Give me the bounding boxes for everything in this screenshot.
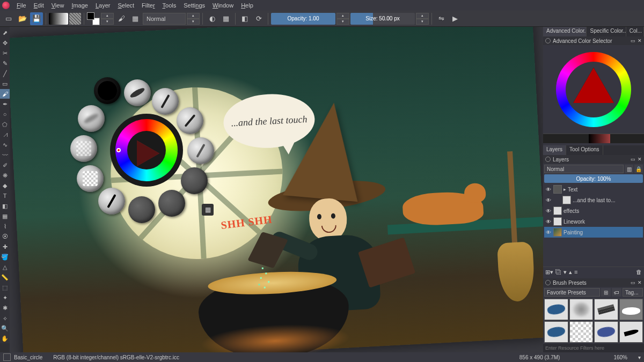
popup-hue-marker[interactable]: [116, 148, 121, 152]
preset-filter-input[interactable]: Enter Resource Filters here: [543, 344, 644, 352]
tool-color-picker[interactable]: ⦿: [0, 232, 10, 241]
tab-tool-options[interactable]: Tool Options: [566, 145, 603, 155]
presets-tag-icon[interactable]: 🏷: [612, 288, 621, 297]
layer-row[interactable]: 👁▸Text: [544, 184, 643, 195]
popup-brush-5[interactable]: [187, 137, 214, 164]
presets-tag-select[interactable]: Tag...: [623, 288, 643, 297]
duplicate-layer-icon[interactable]: ⿻: [555, 269, 561, 276]
popup-brush-9[interactable]: [98, 188, 125, 215]
tool-select-similar[interactable]: ✦: [0, 293, 10, 302]
preset-6[interactable]: [569, 321, 594, 343]
color-history-bar[interactable]: [543, 134, 644, 143]
presets-category-select[interactable]: Favorite Presets: [544, 288, 600, 297]
popup-brush-3[interactable]: [152, 88, 179, 115]
visibility-icon[interactable]: 👁: [545, 230, 552, 235]
docker-collapse-icon[interactable]: ▭: [631, 157, 635, 162]
eraser-mode-icon[interactable]: ◧: [238, 12, 251, 25]
popup-brush-1[interactable]: [94, 77, 121, 104]
layer-name[interactable]: Painting: [564, 230, 642, 235]
advanced-color-selector[interactable]: [543, 45, 644, 134]
tool-select-contiguous[interactable]: ✱: [0, 303, 10, 313]
fg-bg-swatch[interactable]: [87, 12, 100, 25]
zoom-dropdown-icon[interactable]: ▾: [638, 354, 641, 360]
tool-gradient[interactable]: ◧: [0, 201, 10, 211]
menu-file[interactable]: File: [13, 1, 30, 10]
layer-name[interactable]: ...and the last to...: [573, 197, 642, 203]
layer-filter-icon[interactable]: ▥: [625, 165, 633, 173]
gradient-preset[interactable]: [49, 13, 68, 25]
popup-brush-8[interactable]: [128, 196, 155, 223]
menu-help[interactable]: Help: [237, 1, 257, 10]
layer-row[interactable]: 👁Painting: [544, 227, 643, 238]
size-spin[interactable]: ▴▾: [416, 13, 429, 25]
color-triangle[interactable]: [573, 68, 614, 103]
layer-props-icon[interactable]: ≡: [574, 269, 577, 276]
preset-1[interactable]: [544, 299, 568, 320]
preset-7[interactable]: [594, 321, 618, 343]
float-icon[interactable]: [545, 157, 551, 162]
popup-brush-2[interactable]: [124, 79, 151, 106]
popup-brush-6[interactable]: [181, 167, 208, 194]
layer-name[interactable]: effects: [564, 208, 642, 214]
float-icon[interactable]: [545, 280, 551, 285]
layer-row[interactable]: 👁...and the last to...: [544, 195, 643, 205]
menu-layer[interactable]: Layer: [92, 1, 114, 10]
tool-polyline[interactable]: ⩘: [0, 130, 10, 139]
status-zoom[interactable]: 160%: [613, 354, 627, 360]
docker-close-icon[interactable]: ✕: [638, 38, 642, 43]
tool-fill[interactable]: 🪣: [0, 252, 10, 262]
preset-8[interactable]: [619, 321, 643, 343]
tool-ellipse[interactable]: ○: [0, 109, 10, 119]
new-doc-icon[interactable]: ▭: [2, 12, 15, 25]
tool-assistants[interactable]: △: [0, 262, 10, 272]
reload-icon[interactable]: ⟳: [252, 12, 265, 25]
tool-polygon[interactable]: ⬠: [0, 120, 10, 129]
layer-lock-icon[interactable]: 🔒: [634, 165, 643, 173]
tool-multibrush[interactable]: ❋: [0, 171, 10, 180]
preset-5[interactable]: [544, 321, 568, 343]
opacity-spin[interactable]: ▴▾: [336, 13, 349, 25]
popup-brush-11[interactable]: [70, 135, 97, 162]
tool-rect[interactable]: ▭: [0, 79, 10, 88]
presets-view-icon[interactable]: ⊞: [601, 288, 611, 297]
tool-deform[interactable]: ⌇: [0, 221, 10, 231]
tool-pan[interactable]: ✋: [0, 334, 10, 343]
popup-brush-10[interactable]: [77, 165, 104, 192]
tool-move[interactable]: ✥: [0, 38, 10, 48]
menu-edit[interactable]: Edit: [30, 1, 48, 10]
expand-icon[interactable]: ▸: [564, 187, 566, 192]
tool-smart-patch[interactable]: ✚: [0, 242, 10, 252]
add-layer-icon[interactable]: ⊞▾: [545, 269, 553, 276]
move-up-icon[interactable]: ▴: [569, 269, 572, 276]
tool-freehand-path[interactable]: 〰: [0, 150, 10, 160]
opacity-slider[interactable]: Opacity: 1.00: [271, 13, 335, 25]
docker-close-icon[interactable]: ✕: [638, 280, 642, 285]
popup-brush-7[interactable]: [158, 190, 185, 217]
visibility-icon[interactable]: 👁: [545, 208, 552, 214]
visibility-icon[interactable]: 👁: [545, 219, 552, 225]
delete-layer-icon[interactable]: 🗑: [636, 269, 642, 276]
docker-collapse-icon[interactable]: ▭: [631, 280, 635, 285]
popup-brush-12[interactable]: [78, 105, 105, 132]
layer-row[interactable]: 👁effects: [544, 205, 643, 216]
canvas-viewport[interactable]: ...and the last touch SHH SHH ▦: [10, 27, 543, 352]
tab-layers[interactable]: Layers: [543, 145, 566, 155]
tool-pattern-edit[interactable]: ▦: [0, 211, 10, 221]
visibility-icon[interactable]: 👁: [545, 187, 552, 193]
tab-specific-color[interactable]: Specific Color...: [587, 27, 626, 36]
status-selection-icon[interactable]: [3, 353, 11, 361]
tool-zoom[interactable]: 🔍: [0, 323, 10, 333]
mirror-v-icon[interactable]: ▶: [449, 12, 462, 25]
blend-mode-select[interactable]: Normal: [143, 13, 186, 25]
tool-transform[interactable]: ⬈: [0, 28, 10, 38]
alpha-lock-icon[interactable]: ▦: [219, 12, 232, 25]
preset-3[interactable]: [594, 299, 618, 320]
swap-arrows[interactable]: ▴▾: [101, 13, 114, 25]
menu-view[interactable]: View: [48, 1, 68, 10]
tool-calligraphy[interactable]: ✒: [0, 99, 10, 109]
tool-brush[interactable]: 🖌: [0, 89, 10, 99]
layer-name[interactable]: Text: [568, 187, 642, 193]
menu-image[interactable]: Image: [68, 1, 92, 10]
pattern-preset[interactable]: [69, 13, 81, 25]
tool-text[interactable]: T: [0, 191, 10, 201]
